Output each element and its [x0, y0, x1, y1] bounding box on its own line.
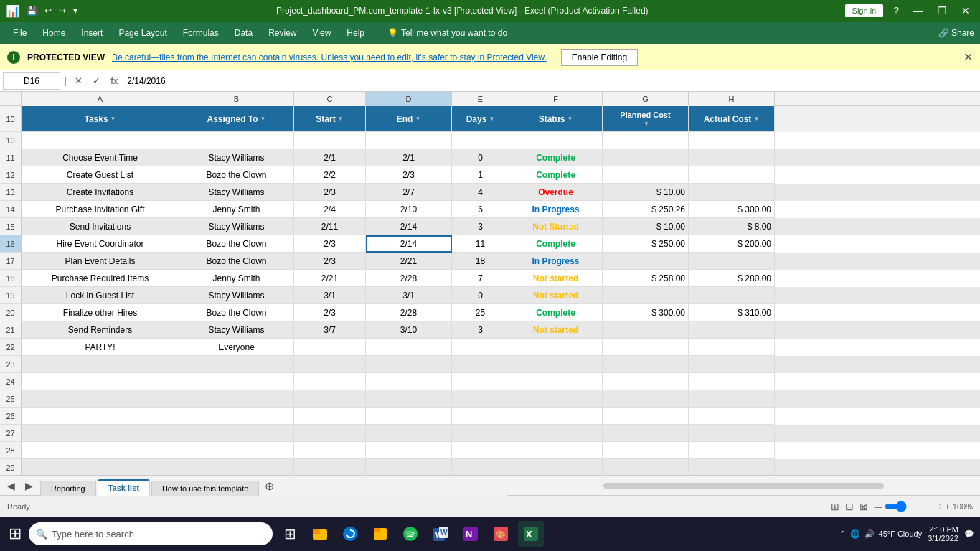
cell-task[interactable]: PARTY! — [22, 339, 179, 356]
cell-actual[interactable] — [689, 253, 775, 270]
col-header-e[interactable]: E — [452, 92, 509, 106]
cell-planned[interactable] — [603, 373, 689, 390]
zoom-out-button[interactable]: — — [874, 502, 882, 511]
cell-task[interactable] — [22, 132, 179, 149]
menu-help[interactable]: Help — [339, 25, 372, 41]
save-button[interactable]: 💾 — [24, 4, 39, 17]
cell-assigned[interactable]: Everyone — [179, 339, 294, 356]
cell-end[interactable]: 3/10 — [366, 321, 452, 339]
network-icon[interactable]: 🌐 — [850, 529, 860, 539]
cell-end[interactable]: 2/1 — [366, 149, 452, 166]
cell-actual[interactable] — [689, 356, 775, 373]
cell-status[interactable]: In Progress — [509, 201, 603, 218]
cell-planned[interactable]: $ 300.00 — [603, 304, 689, 321]
cell-actual[interactable]: $ 8.00 — [689, 218, 775, 235]
cell-end[interactable] — [366, 425, 452, 442]
cell-days[interactable] — [452, 459, 509, 475]
page-break-view-button[interactable]: ⊠ — [859, 501, 868, 512]
col-header-b[interactable]: B — [179, 92, 294, 106]
cell-start[interactable]: 2/21 — [294, 270, 366, 287]
cell-start[interactable]: 2/1 — [294, 149, 366, 166]
taskbar-spotify-icon[interactable] — [397, 521, 423, 547]
quick-access-dropdown[interactable]: ▾ — [71, 4, 80, 17]
cell-end[interactable] — [366, 356, 452, 373]
cell-task[interactable]: Hire Event Coordinator — [22, 235, 179, 253]
cell-status[interactable] — [509, 339, 603, 356]
cell-end[interactable]: 2/28 — [366, 270, 452, 287]
minimize-button[interactable]: — — [909, 4, 928, 18]
cell-start[interactable] — [294, 339, 366, 356]
cell-planned[interactable] — [603, 132, 689, 149]
cell-days[interactable] — [452, 390, 509, 408]
menu-file[interactable]: File — [6, 25, 34, 41]
cell-end[interactable]: 2/14 — [366, 235, 452, 253]
cell-planned[interactable] — [603, 166, 689, 184]
start-button[interactable]: ⊞ — [6, 522, 24, 546]
cell-assigned[interactable]: Bozo the Clown — [179, 235, 294, 253]
cell-end[interactable] — [366, 132, 452, 149]
enable-editing-button[interactable]: Enable Editing — [561, 49, 638, 66]
cell-start[interactable]: 2/11 — [294, 218, 366, 235]
cell-end[interactable]: 2/21 — [366, 253, 452, 270]
cell-planned[interactable] — [603, 339, 689, 356]
menu-review[interactable]: Review — [261, 25, 303, 41]
cell-assigned[interactable]: Stacy Williams — [179, 149, 294, 166]
cell-status[interactable] — [509, 459, 603, 475]
cell-status[interactable] — [509, 408, 603, 425]
days-dropdown-icon[interactable]: ▼ — [489, 116, 494, 122]
cell-end[interactable]: 2/7 — [366, 184, 452, 201]
cell-end[interactable] — [366, 408, 452, 425]
taskbar-edge-icon[interactable] — [337, 521, 363, 547]
cell-task[interactable]: Choose Event Time — [22, 149, 179, 166]
cell-days[interactable]: 1 — [452, 166, 509, 184]
cell-end[interactable]: 2/14 — [366, 218, 452, 235]
horizontal-scroll[interactable] — [507, 476, 980, 495]
planned-dropdown-icon[interactable]: ▼ — [644, 121, 649, 127]
cell-end[interactable]: 2/3 — [366, 166, 452, 184]
cell-status[interactable] — [509, 373, 603, 390]
cell-days[interactable] — [452, 408, 509, 425]
cell-task[interactable] — [22, 425, 179, 442]
cell-end[interactable] — [366, 442, 452, 459]
cell-status[interactable]: Not Started — [509, 218, 603, 235]
cell-status[interactable] — [509, 356, 603, 373]
add-sheet-button[interactable]: ⊕ — [260, 476, 278, 496]
cell-status[interactable]: Overdue — [509, 184, 603, 201]
cell-assigned[interactable] — [179, 459, 294, 475]
cell-assigned[interactable] — [179, 356, 294, 373]
cell-days[interactable]: 0 — [452, 149, 509, 166]
taskbar-files-icon[interactable] — [367, 521, 393, 547]
cell-days[interactable] — [452, 339, 509, 356]
sheet-nav-right[interactable]: ▶ — [21, 477, 37, 494]
taskbar-word-icon[interactable]: WW — [428, 521, 453, 547]
taskbar-paint-icon[interactable]: 🎨 — [488, 521, 514, 547]
cell-days[interactable]: 25 — [452, 304, 509, 321]
cell-days[interactable] — [452, 425, 509, 442]
cell-actual[interactable] — [689, 287, 775, 304]
formula-confirm-button[interactable]: ✓ — [89, 74, 104, 88]
cell-actual[interactable] — [689, 459, 775, 475]
cell-task[interactable] — [22, 442, 179, 459]
cell-assigned[interactable] — [179, 373, 294, 390]
cell-start[interactable]: 2/4 — [294, 201, 366, 218]
cell-task[interactable] — [22, 373, 179, 390]
cell-task[interactable]: Send Reminders — [22, 321, 179, 339]
cell-assigned[interactable]: Jenny Smith — [179, 270, 294, 287]
tell-me-bar[interactable]: 💡 Tell me what you want to do — [387, 28, 507, 38]
cell-task[interactable]: Lock in Guest List — [22, 287, 179, 304]
col-header-g[interactable]: G — [603, 92, 689, 106]
cell-status[interactable] — [509, 132, 603, 149]
cell-start[interactable]: 2/3 — [294, 184, 366, 201]
cell-start[interactable]: 3/1 — [294, 287, 366, 304]
cell-planned[interactable] — [603, 459, 689, 475]
taskbar-onenote-icon[interactable]: N — [458, 521, 484, 547]
cell-end[interactable] — [366, 339, 452, 356]
cell-planned[interactable]: $ 10.00 — [603, 184, 689, 201]
help-icon[interactable]: ? — [889, 4, 903, 18]
sheet-nav-left[interactable]: ◀ — [3, 477, 19, 494]
cell-actual[interactable] — [689, 339, 775, 356]
cell-start[interactable] — [294, 442, 366, 459]
col-header-d[interactable]: D — [366, 92, 452, 106]
cell-actual[interactable] — [689, 425, 775, 442]
taskbar-search[interactable]: 🔍 Type here to search — [29, 522, 273, 545]
